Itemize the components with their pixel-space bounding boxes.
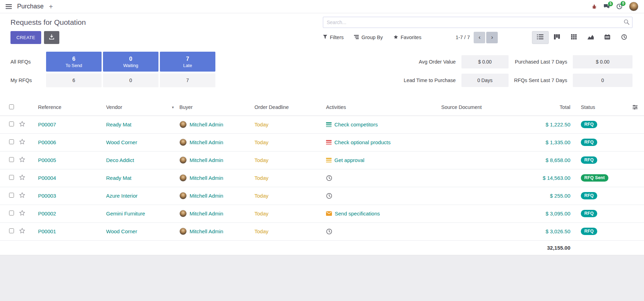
hamburger-menu-icon[interactable] <box>6 4 12 9</box>
favorite-star-icon[interactable] <box>19 156 25 163</box>
my-to-send-box[interactable]: 6 <box>46 73 102 87</box>
list-yellow-activity-icon[interactable] <box>326 158 332 163</box>
debug-bug-icon[interactable] <box>592 4 597 9</box>
table-row[interactable]: P00001 Wood Corner Mitchell Admin Today … <box>0 222 644 240</box>
status-badge: RFQ <box>581 121 597 128</box>
graph-view-button[interactable] <box>582 31 599 44</box>
favorite-star-icon[interactable] <box>19 210 25 216</box>
reference-column-header[interactable]: Reference <box>37 99 105 116</box>
pivot-view-button[interactable] <box>565 31 582 44</box>
row-reference[interactable]: P00007 <box>38 122 56 127</box>
row-vendor[interactable]: Gemini Furniture <box>106 211 145 216</box>
my-waiting-box[interactable]: 0 <box>103 73 158 87</box>
envelope-activity-icon[interactable] <box>326 211 332 216</box>
row-reference[interactable]: P00004 <box>38 175 56 181</box>
row-reference[interactable]: P00001 <box>38 228 56 234</box>
user-avatar[interactable] <box>629 2 638 11</box>
search-icon[interactable] <box>624 19 629 26</box>
row-checkbox[interactable] <box>9 211 14 215</box>
row-buyer-name[interactable]: Mitchell Admin <box>190 157 223 163</box>
create-button[interactable]: CREATE <box>10 31 41 44</box>
row-reference[interactable]: P00006 <box>38 139 56 145</box>
row-total: $ 1,335.00 <box>546 139 570 145</box>
pager-next-button[interactable]: › <box>486 32 498 43</box>
search-input[interactable] <box>323 17 632 28</box>
row-activity-label[interactable]: Check competitors <box>334 122 378 127</box>
activity-view-button[interactable] <box>616 31 632 44</box>
row-checkbox[interactable] <box>9 228 14 233</box>
row-activity-label[interactable]: Send specifications <box>335 211 380 216</box>
row-activity-label[interactable]: Get approval <box>334 157 364 163</box>
row-deadline: Today <box>254 211 268 216</box>
row-reference[interactable]: P00003 <box>38 193 56 199</box>
table-row[interactable]: P00005 Deco Addict Mitchell Admin Today … <box>0 151 644 169</box>
table-row[interactable]: P00006 Wood Corner Mitchell Admin Today … <box>0 133 644 151</box>
optional-columns-icon[interactable] <box>628 105 643 110</box>
list-red-activity-icon[interactable] <box>326 140 332 145</box>
messages-icon[interactable]: 5 <box>604 4 610 9</box>
row-vendor[interactable]: Azure Interior <box>106 193 138 199</box>
row-buyer-name[interactable]: Mitchell Admin <box>190 122 223 127</box>
table-row[interactable]: P00003 Azure Interior Mitchell Admin Tod… <box>0 187 644 205</box>
group-by-button[interactable]: Group By <box>354 35 383 40</box>
pager-previous-button[interactable]: ‹ <box>474 32 485 43</box>
vendor-column-header[interactable]: Vendor▾ <box>105 99 178 116</box>
row-buyer-name[interactable]: Mitchell Admin <box>190 228 223 234</box>
favorite-star-icon[interactable] <box>19 192 25 198</box>
star-column-header <box>17 99 37 116</box>
clock-activity-icon[interactable] <box>326 228 332 235</box>
list-view-button[interactable] <box>532 31 549 44</box>
rfq-list-table: Reference Vendor▾ Buyer Order Deadline A… <box>0 99 644 255</box>
favorite-star-icon[interactable] <box>19 121 25 127</box>
buyer-column-header[interactable]: Buyer <box>178 99 253 116</box>
table-row[interactable]: P00007 Ready Mat Mitchell Admin Today Ch… <box>0 116 644 133</box>
row-reference[interactable]: P00002 <box>38 211 56 216</box>
row-buyer-name[interactable]: Mitchell Admin <box>190 193 223 199</box>
row-buyer-name[interactable]: Mitchell Admin <box>190 175 223 181</box>
export-button[interactable] <box>44 31 59 44</box>
row-checkbox[interactable] <box>9 175 14 180</box>
favorite-star-icon[interactable] <box>19 139 25 145</box>
row-vendor[interactable]: Ready Mat <box>106 122 132 127</box>
favorites-button[interactable]: Favorites <box>393 35 422 41</box>
my-late-box[interactable]: 7 <box>160 73 215 87</box>
to-send-box[interactable]: 6 To Send <box>46 52 102 72</box>
pivot-view-icon <box>571 34 577 41</box>
calendar-view-button[interactable] <box>599 31 616 44</box>
row-buyer-name[interactable]: Mitchell Admin <box>190 139 223 145</box>
row-vendor[interactable]: Ready Mat <box>106 175 132 181</box>
row-vendor[interactable]: Deco Addict <box>106 157 134 163</box>
plus-icon[interactable]: + <box>49 3 53 10</box>
list-green-activity-icon[interactable] <box>326 122 332 127</box>
row-vendor[interactable]: Wood Corner <box>106 139 137 145</box>
status-column-header[interactable]: Status <box>579 99 627 116</box>
row-checkbox[interactable] <box>9 122 14 126</box>
app-name[interactable]: Purchase <box>17 3 44 10</box>
clock-activity-icon[interactable] <box>326 193 332 199</box>
purchased-last-7-days: $ 0.00 <box>573 55 632 68</box>
total-column-header[interactable]: Total <box>527 99 579 116</box>
row-activity-label[interactable]: Check optional products <box>334 139 391 145</box>
waiting-count: 0 <box>129 55 132 63</box>
row-reference[interactable]: P00005 <box>38 157 56 163</box>
clock-activity-icon[interactable] <box>326 175 332 181</box>
row-checkbox[interactable] <box>9 157 14 162</box>
waiting-box[interactable]: 0 Waiting <box>103 52 158 72</box>
filters-button[interactable]: Filters <box>323 35 343 40</box>
favorite-star-icon[interactable] <box>19 174 25 181</box>
row-vendor[interactable]: Wood Corner <box>106 228 137 234</box>
activities-clock-icon[interactable]: 0 <box>616 3 622 9</box>
row-buyer-name[interactable]: Mitchell Admin <box>190 211 223 216</box>
row-checkbox[interactable] <box>9 139 14 144</box>
table-row[interactable]: P00002 Gemini Furniture Mitchell Admin T… <box>0 205 644 222</box>
row-checkbox[interactable] <box>9 193 14 198</box>
sort-caret-icon[interactable]: ▾ <box>172 105 174 110</box>
favorite-star-icon[interactable] <box>19 228 25 234</box>
table-row[interactable]: P00004 Ready Mat Mitchell Admin Today $ … <box>0 169 644 187</box>
select-all-checkbox[interactable] <box>9 104 14 109</box>
kanban-view-button[interactable] <box>549 31 565 44</box>
source-document-column-header[interactable]: Source Document <box>440 99 527 116</box>
late-box[interactable]: 7 Late <box>160 52 215 72</box>
order-deadline-column-header[interactable]: Order Deadline <box>253 99 325 116</box>
activities-column-header[interactable]: Activities <box>325 99 440 116</box>
